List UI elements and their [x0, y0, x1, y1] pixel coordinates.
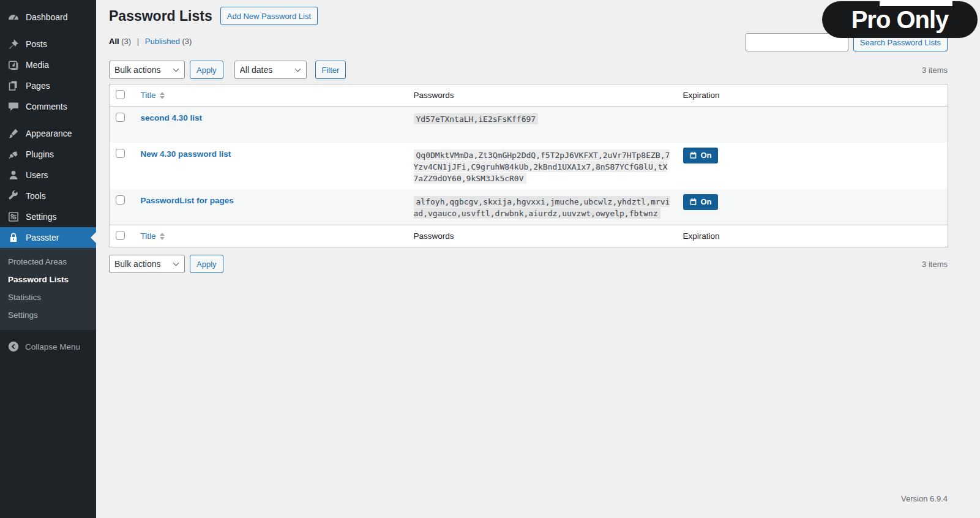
column-footer-title[interactable]: Title	[141, 231, 156, 241]
sort-icon[interactable]	[160, 233, 165, 240]
sidebar-item-passster[interactable]: Passster	[0, 227, 96, 248]
password-list-title-link[interactable]: second 4.30 list	[141, 113, 203, 122]
admin-sidebar: Dashboard Posts Media Pages Comments	[0, 0, 96, 518]
wrench-icon	[7, 190, 20, 202]
paintbrush-icon	[7, 127, 20, 140]
apply-button[interactable]: Apply	[190, 61, 223, 79]
sidebar-item-pages[interactable]: Pages	[0, 75, 96, 96]
passwords-code: alfoyh,qgbcgv,skxija,hgvxxi,jmuche,ubcwl…	[414, 196, 670, 219]
bulk-actions-select-wrap: Bulk actions	[109, 61, 185, 79]
calendar-icon	[689, 198, 697, 206]
sidebar-item-users[interactable]: Users	[0, 165, 96, 186]
sidebar-item-settings[interactable]: Settings	[0, 206, 96, 227]
add-new-password-list-button[interactable]: Add New Password List	[220, 7, 318, 25]
filter-all-link[interactable]: All	[109, 37, 119, 46]
sort-icon[interactable]	[160, 92, 165, 99]
version-text: Version 6.9.4	[901, 494, 948, 503]
expiration-on-label: On	[701, 197, 712, 206]
table-header-row: Title Passwords Expiration	[110, 84, 948, 107]
row-checkbox[interactable]	[116, 195, 125, 205]
filter-button[interactable]: Filter	[315, 61, 346, 79]
column-header-passwords: Passwords	[408, 84, 677, 107]
sidebar-item-appearance[interactable]: Appearance	[0, 123, 96, 144]
select-all-checkbox[interactable]	[116, 90, 125, 99]
bulk-actions-select-wrap: Bulk actions	[109, 255, 185, 273]
pages-icon	[7, 80, 20, 92]
dashboard-icon	[7, 11, 20, 23]
pushpin-icon	[7, 38, 20, 50]
expiration-on-badge[interactable]: On	[683, 148, 718, 163]
table-row: New 4.30 password list Qq0DMktVMmDa,Zt3Q…	[110, 143, 948, 189]
password-list-title-link[interactable]: New 4.30 password list	[141, 149, 231, 159]
filter-published-link[interactable]: Published	[145, 37, 180, 46]
sliders-icon	[7, 211, 20, 223]
passster-submenu: Protected Areas Password Lists Statistic…	[0, 248, 96, 330]
bottom-toolbar: Bulk actions Apply 3 items	[109, 255, 948, 273]
pro-only-badge: Pro Only	[822, 1, 978, 38]
collapse-menu-label: Collapse Menu	[25, 342, 80, 351]
sidebar-item-label: Comments	[26, 102, 67, 111]
items-count: 3 items	[922, 260, 948, 269]
row-checkbox[interactable]	[116, 113, 125, 122]
main-content: Pro Only Password Lists Add New Password…	[96, 0, 980, 518]
filter-all-count: (3)	[121, 37, 131, 46]
sidebar-item-label: Posts	[26, 39, 47, 49]
filter-search-row: All (3) | Published (3) Search Password …	[109, 33, 948, 51]
dates-select-wrap: All dates	[234, 61, 307, 79]
table-row: second 4.30 list Yd57eTXntaLH,iE2sFsKff6…	[110, 107, 948, 143]
sidebar-item-comments[interactable]: Comments	[0, 96, 96, 117]
status-filter-links: All (3) | Published (3)	[109, 33, 192, 46]
column-footer-passwords: Passwords	[408, 225, 677, 247]
sidebar-item-label: Tools	[26, 191, 46, 201]
expiration-on-badge[interactable]: On	[683, 194, 718, 210]
select-all-checkbox[interactable]	[116, 231, 125, 240]
sidebar-item-label: Passster	[26, 233, 59, 242]
sidebar-item-posts[interactable]: Posts	[0, 34, 96, 54]
password-list-title-link[interactable]: PasswordList for pages	[141, 196, 234, 205]
collapse-arrow-icon	[7, 340, 20, 353]
lock-icon	[7, 231, 20, 244]
sidebar-item-media[interactable]: Media	[0, 54, 96, 75]
row-checkbox[interactable]	[116, 149, 125, 158]
collapse-menu-button[interactable]: Collapse Menu	[0, 336, 96, 357]
sidebar-item-label: Plugins	[26, 149, 54, 159]
top-toolbar: Bulk actions Apply All dates Filter 3 it…	[109, 61, 948, 79]
sidebar-item-plugins[interactable]: Plugins	[0, 144, 96, 165]
table-footer-row: Title Passwords Expiration	[110, 225, 948, 247]
submenu-item-password-lists[interactable]: Password Lists	[0, 271, 96, 288]
filter-separator: |	[137, 37, 139, 46]
password-lists-table: Title Passwords Expiration second 4.30 l…	[109, 84, 948, 247]
submenu-item-settings[interactable]: Settings	[0, 306, 96, 324]
items-count: 3 items	[922, 66, 948, 75]
filter-published-count: (3)	[182, 37, 192, 46]
sidebar-item-label: Users	[26, 170, 48, 180]
screen-options-tab[interactable]	[880, 0, 952, 6]
sidebar-item-label: Appearance	[26, 129, 72, 138]
comment-icon	[7, 100, 20, 113]
submenu-item-protected-areas[interactable]: Protected Areas	[0, 253, 96, 271]
bulk-actions-select-bottom[interactable]: Bulk actions	[109, 255, 185, 273]
expiration-on-label: On	[701, 151, 712, 160]
passwords-code: Yd57eTXntaLH,iE2sFsKff697	[414, 113, 539, 124]
sidebar-item-dashboard[interactable]: Dashboard	[0, 7, 96, 28]
active-menu-pointer	[91, 232, 96, 243]
table-row: PasswordList for pages alfoyh,qgbcgv,skx…	[110, 189, 948, 225]
plug-icon	[7, 148, 20, 160]
sidebar-item-label: Settings	[26, 212, 57, 222]
sidebar-item-label: Pages	[26, 81, 50, 91]
dates-select[interactable]: All dates	[234, 61, 307, 79]
page-title: Password Lists	[109, 7, 212, 25]
apply-button-bottom[interactable]: Apply	[190, 255, 223, 273]
bulk-actions-select[interactable]: Bulk actions	[109, 61, 185, 79]
passwords-code: Qq0DMktVMmDa,Zt3QmGHp2DdQ,f5T2pJ6VKFXT,2…	[414, 149, 670, 184]
submenu-item-statistics[interactable]: Statistics	[0, 288, 96, 306]
menu-separator	[0, 117, 96, 123]
admin-screen: Dashboard Posts Media Pages Comments	[0, 0, 980, 518]
sidebar-item-label: Dashboard	[26, 12, 68, 22]
column-header-title[interactable]: Title	[141, 91, 156, 100]
sidebar-item-tools[interactable]: Tools	[0, 186, 96, 206]
user-icon	[7, 169, 20, 181]
calendar-icon	[689, 151, 697, 159]
expiration-cell	[677, 107, 948, 143]
media-icon	[7, 59, 20, 71]
